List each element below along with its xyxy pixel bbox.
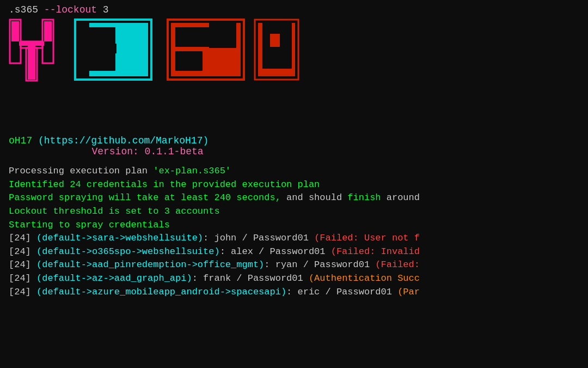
logo-letter-y	[10, 20, 53, 81]
svg-rect-18	[209, 23, 236, 48]
svg-rect-17	[175, 51, 203, 71]
terminal-window: .s365 --lockout 3	[0, 0, 588, 368]
version-text: Version: 0.1.1-beta	[91, 146, 203, 157]
output-text-processing: Processing execution plan 'ex-plan.s365'	[9, 166, 231, 176]
author-prefix: oH17	[9, 135, 38, 146]
result-route-4: (default->az->aad_graph_api)	[36, 273, 192, 283]
svg-rect-13	[78, 23, 89, 76]
result-line-3: [24] (default->aad_pinredemption->office…	[9, 258, 579, 272]
result-line-1: [24] (default->sara->webshellsuite): joh…	[9, 232, 579, 245]
svg-rect-6	[19, 41, 44, 46]
result-creds-2: : alex / Password01	[220, 246, 331, 257]
output-identified: Identified 24 credentials in the provide…	[9, 178, 579, 192]
svg-rect-24	[262, 34, 270, 47]
result-route-1: (default->sara->webshellsuite)	[36, 233, 203, 243]
author-line: oH17 (https://github.com/MarkoH17)	[9, 135, 579, 146]
output-lockout: Lockout threshold is set to 3 accounts	[9, 205, 579, 219]
version-line: Version: 0.1.1-beta	[9, 146, 286, 157]
result-index-1: [24]	[9, 233, 36, 243]
result-route-3: (default->aad_pinredemption->office_mgmt…	[36, 260, 264, 270]
result-status-1: (Failed: User not f	[314, 233, 420, 243]
logo-letter-6	[168, 20, 244, 80]
result-route-2: (default->o365spo->webshellsuite)	[36, 246, 220, 257]
result-status-5: (Par	[397, 287, 420, 297]
result-status-4: (Authentication Succ	[309, 273, 420, 283]
result-line-5: [24] (default->azure_mobileapp_android->…	[9, 286, 579, 299]
logo-letter-5	[255, 20, 298, 80]
result-status-2: (Failed: Invalid	[331, 246, 420, 257]
command-flag: --lockout	[44, 4, 97, 15]
svg-rect-7	[28, 46, 35, 80]
result-index-3: [24]	[9, 260, 36, 270]
result-line-2: [24] (default->o365spo->webshellsuite): …	[9, 245, 579, 259]
result-creds-5: : eric / Password01	[286, 287, 397, 297]
result-creds-1: : john / Password01	[203, 233, 314, 243]
output-processing: Processing execution plan 'ex-plan.s365'	[9, 165, 579, 178]
logo-svg	[9, 19, 303, 128]
result-creds-3: : ryan / Password01	[264, 260, 375, 270]
result-route-5: (default->azure_mobileapp_android->space…	[36, 287, 286, 297]
svg-rect-23	[262, 23, 292, 34]
output-starting: Starting to spray credentials	[9, 219, 579, 232]
result-index-5: [24]	[9, 287, 36, 297]
result-index-2: [24]	[9, 246, 36, 257]
result-status-3: (Failed:	[375, 260, 420, 270]
output-text-spray-time: Password spraying will take at least 240…	[9, 192, 420, 203]
output-spray-time: Password spraying will take at least 240…	[9, 191, 579, 205]
svg-rect-4	[11, 21, 19, 41]
svg-rect-5	[44, 21, 52, 41]
svg-rect-21	[262, 47, 292, 69]
output-text-identified: Identified 24 credentials in the provide…	[9, 179, 320, 190]
output-text-starting: Starting to spray credentials	[9, 220, 170, 230]
author-url: (https://github.com/MarkoH17)	[38, 135, 209, 146]
result-index-4: [24]	[9, 273, 36, 283]
result-line-4: [24] (default->az->aad_graph_api): frank…	[9, 272, 579, 286]
top-command-line: .s365 --lockout 3	[9, 4, 579, 15]
logo-letter-3-first	[75, 20, 151, 80]
lockout-value: 3	[103, 4, 109, 15]
result-creds-4: : frank / Password01	[192, 273, 309, 283]
command-prefix: .s365	[9, 4, 38, 15]
output-text-lockout: Lockout threshold is set to 3 accounts	[9, 206, 220, 216]
logo-container	[9, 19, 303, 133]
